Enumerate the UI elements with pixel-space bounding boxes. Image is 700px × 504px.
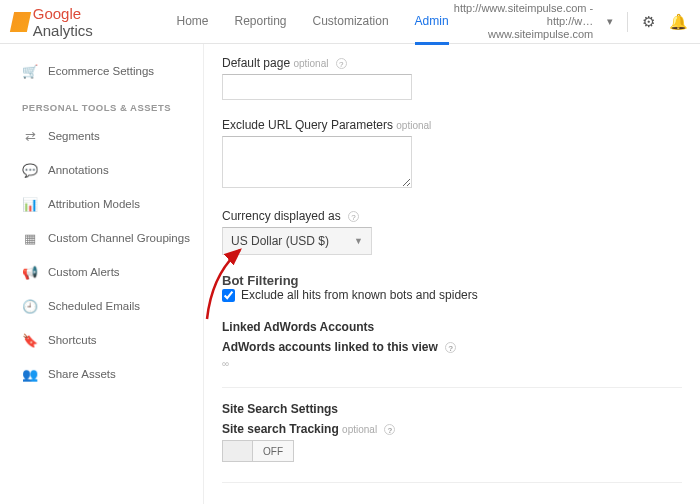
nav-home[interactable]: Home	[176, 0, 208, 43]
bot-filter-checkbox[interactable]	[222, 289, 235, 302]
logo-text: Google Analytics	[33, 5, 127, 39]
bot-filter-label: Exclude all hits from known bots and spi…	[241, 288, 478, 302]
sidebar-label: Attribution Models	[48, 198, 140, 210]
currency-label: Currency displayed as ?	[222, 209, 682, 223]
property-picker[interactable]: http://www.siteimpulse.com - http://w… w…	[449, 2, 594, 41]
linked-hint: ∞	[222, 358, 682, 369]
help-icon[interactable]: ?	[348, 211, 359, 222]
default-page-input[interactable]	[222, 74, 412, 100]
sidebar-item-channel-groupings[interactable]: ▦ Custom Channel Groupings	[14, 221, 203, 255]
linked-adwords-sub: AdWords accounts linked to this view ?	[222, 340, 682, 354]
help-icon[interactable]: ?	[445, 342, 456, 353]
sidebar-label: Share Assets	[48, 368, 116, 380]
bot-filtering-title: Bot Filtering	[222, 273, 682, 288]
analytics-logo-icon	[10, 12, 31, 32]
divider	[222, 482, 682, 483]
sidebar-item-shortcuts[interactable]: 🔖 Shortcuts	[14, 323, 203, 357]
segments-icon: ⇄	[22, 128, 38, 144]
property-line2: www.siteimpulse.com	[449, 28, 594, 41]
sidebar-section-header: PERSONAL TOOLS & ASSETS	[14, 88, 203, 119]
help-icon[interactable]: ?	[384, 424, 395, 435]
chevron-down-icon: ▼	[354, 236, 363, 246]
default-page-label: Default page optional ?	[222, 56, 682, 70]
top-nav: Home Reporting Customization Admin	[176, 0, 448, 43]
site-search-title: Site Search Settings	[222, 402, 682, 416]
sidebar-item-alerts[interactable]: 📢 Custom Alerts	[14, 255, 203, 289]
sidebar-label: Custom Channel Groupings	[48, 232, 190, 244]
channel-icon: ▦	[22, 230, 38, 246]
sidebar-label: Annotations	[48, 164, 109, 176]
property-line1: http://www.siteimpulse.com - http://w…	[449, 2, 594, 28]
sidebar: 🛒 Ecommerce Settings PERSONAL TOOLS & AS…	[0, 44, 204, 504]
help-icon[interactable]: ?	[336, 58, 347, 69]
gear-icon[interactable]: ⚙	[642, 13, 655, 31]
currency-value: US Dollar (USD $)	[231, 234, 329, 248]
clock-icon: 🕘	[22, 298, 38, 314]
currency-select[interactable]: US Dollar (USD $) ▼	[222, 227, 372, 255]
toggle-off-label: OFF	[253, 441, 293, 461]
divider	[627, 12, 628, 32]
sidebar-item-share-assets[interactable]: 👥 Share Assets	[14, 357, 203, 391]
linked-adwords-title: Linked AdWords Accounts	[222, 320, 682, 334]
site-search-toggle[interactable]: OFF	[222, 440, 294, 462]
main-content: Default page optional ? Exclude URL Quer…	[204, 44, 700, 504]
share-icon: 👥	[22, 366, 38, 382]
toggle-thumb	[223, 441, 253, 461]
sidebar-item-scheduled-emails[interactable]: 🕘 Scheduled Emails	[14, 289, 203, 323]
attribution-icon: 📊	[22, 196, 38, 212]
nav-reporting[interactable]: Reporting	[235, 0, 287, 43]
exclude-params-label: Exclude URL Query Parameters optional	[222, 118, 682, 132]
sidebar-label: Shortcuts	[48, 334, 97, 346]
divider	[222, 387, 682, 388]
nav-customization[interactable]: Customization	[313, 0, 389, 43]
sidebar-item-segments[interactable]: ⇄ Segments	[14, 119, 203, 153]
cart-icon: 🛒	[22, 63, 38, 79]
annotations-icon: 💬	[22, 162, 38, 178]
sidebar-label: Segments	[48, 130, 100, 142]
sidebar-item-annotations[interactable]: 💬 Annotations	[14, 153, 203, 187]
bot-filter-checkbox-row[interactable]: Exclude all hits from known bots and spi…	[222, 288, 682, 302]
exclude-params-textarea[interactable]	[222, 136, 412, 188]
sidebar-label: Scheduled Emails	[48, 300, 140, 312]
nav-admin[interactable]: Admin	[415, 0, 449, 45]
megaphone-icon: 📢	[22, 264, 38, 280]
sidebar-label: Ecommerce Settings	[48, 65, 154, 77]
chevron-down-icon[interactable]: ▾	[607, 15, 613, 28]
sidebar-item-ecommerce[interactable]: 🛒 Ecommerce Settings	[14, 54, 203, 88]
bell-icon[interactable]: 🔔	[669, 13, 688, 31]
site-search-sub: Site search Tracking optional ?	[222, 422, 682, 436]
sidebar-label: Custom Alerts	[48, 266, 120, 278]
sidebar-item-attribution[interactable]: 📊 Attribution Models	[14, 187, 203, 221]
shortcut-icon: 🔖	[22, 332, 38, 348]
logo[interactable]: Google Analytics	[12, 5, 126, 39]
